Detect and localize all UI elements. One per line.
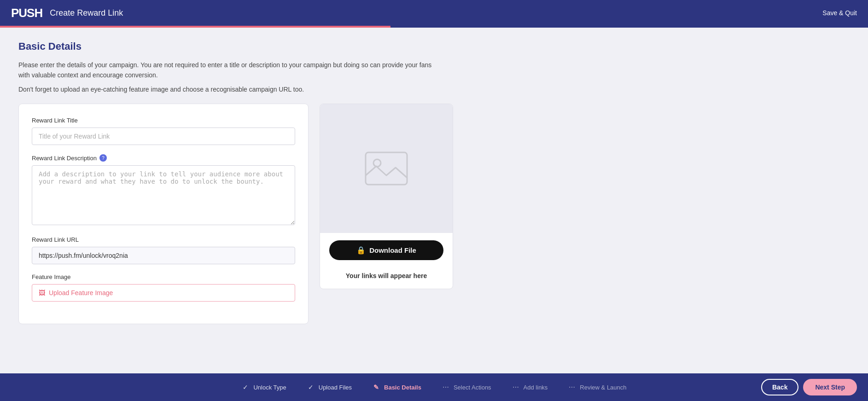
main-content: Basic Details Please enter the details o… [0,28,868,373]
next-step-button[interactable]: Next Step [803,379,857,395]
nav-step-basic-details[interactable]: ✎ Basic Details [362,383,431,391]
header-left: PUSH Create Reward Link [11,6,123,20]
footer-actions: Back Next Step [761,379,857,395]
reward-link-title-group: Reward Link Title [32,117,295,145]
feature-image-upload-label: Upload Feature Image [49,289,113,296]
reward-link-url-label: Reward Link URL [32,236,295,243]
nav-step-review-launch[interactable]: ⋯ Review & Launch [558,383,636,391]
reward-link-url-group: Reward Link URL [32,236,295,264]
preview-card: 🔒 Download File Your links will appear h… [320,104,453,289]
svg-point-1 [373,159,381,167]
reward-link-description-textarea[interactable] [32,165,295,225]
preview-image-area [320,104,453,233]
logo: PUSH [11,6,42,20]
image-placeholder-icon [363,150,409,187]
feature-image-label: Feature Image [32,273,295,280]
basic-details-label: Basic Details [384,384,421,391]
nav-step-upload-files[interactable]: ✓ Upload Files [297,383,362,391]
review-launch-label: Review & Launch [580,384,626,391]
upload-icon: 🖼 [39,289,45,296]
add-links-icon: ⋯ [512,383,520,391]
header-title: Create Reward Link [50,8,123,18]
unlock-type-icon: ✓ [241,383,250,391]
page-description-1: Please enter the details of your campaig… [18,60,433,81]
back-button[interactable]: Back [761,379,798,395]
footer-nav: ✓ Unlock Type ✓ Upload Files ✎ Basic Det… [0,373,868,401]
reward-link-description-label: Reward Link Description ? [32,154,295,162]
page-title: Basic Details [18,41,850,52]
add-links-label: Add links [524,384,548,391]
select-actions-label: Select Actions [454,384,491,391]
save-quit-button[interactable]: Save & Quit [822,9,857,17]
select-actions-icon: ⋯ [442,383,450,391]
feature-image-group: Feature Image 🖼 Upload Feature Image [32,273,295,302]
preview-links-text: Your links will appear here [320,267,453,289]
form-card: Reward Link Title Reward Link Descriptio… [18,104,309,324]
reward-link-title-label: Reward Link Title [32,117,295,124]
description-help-icon[interactable]: ? [99,154,107,162]
nav-step-select-actions[interactable]: ⋯ Select Actions [431,383,501,391]
unlock-type-label: Unlock Type [253,384,286,391]
page-description-2: Don't forget to upload an eye-catching f… [18,84,433,94]
reward-link-title-input[interactable] [32,128,295,145]
content-row: Reward Link Title Reward Link Descriptio… [18,104,850,324]
header: PUSH Create Reward Link Save & Quit [0,0,868,26]
progress-bar-container [0,26,868,28]
reward-link-description-group: Reward Link Description ? [32,154,295,227]
svg-rect-0 [366,152,407,185]
reward-link-url-input[interactable] [32,247,295,264]
progress-bar-fill [0,26,390,28]
lock-icon: 🔒 [356,246,366,255]
feature-image-upload[interactable]: 🖼 Upload Feature Image [32,284,295,302]
basic-details-icon: ✎ [372,383,380,391]
download-file-label: Download File [369,246,416,254]
nav-step-unlock-type[interactable]: ✓ Unlock Type [231,383,296,391]
upload-files-icon: ✓ [307,383,315,391]
nav-step-add-links[interactable]: ⋯ Add links [501,383,558,391]
download-file-button[interactable]: 🔒 Download File [329,240,443,260]
upload-files-label: Upload Files [319,384,352,391]
review-launch-icon: ⋯ [568,383,576,391]
